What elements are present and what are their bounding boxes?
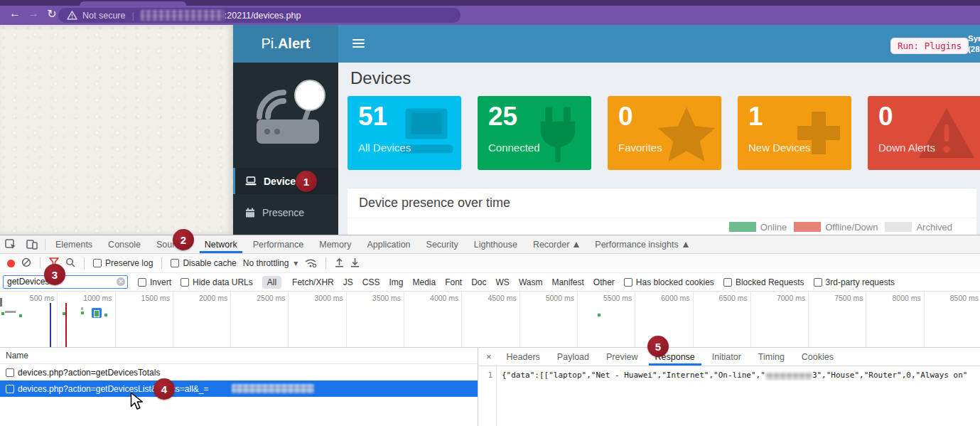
checkbox[interactable]	[6, 368, 14, 377]
sidebar-item-presence[interactable]: Presence	[233, 199, 338, 225]
card-label: Favorites	[618, 142, 662, 154]
invert-checkbox[interactable]: Invert	[138, 277, 171, 287]
app-logo[interactable]: Pi.Alert	[233, 25, 338, 63]
resource-type-pill[interactable]: Img	[389, 277, 403, 287]
network-conditions-icon[interactable]	[304, 257, 317, 270]
response-tab[interactable]: Preview	[598, 348, 646, 366]
mouse-cursor	[130, 392, 143, 414]
request-list-header[interactable]: Name	[0, 348, 478, 364]
devtools-tab[interactable]: Application	[359, 235, 418, 253]
invert-label: Invert	[150, 277, 171, 287]
request-row[interactable]: devices.php?action=getDevicesTotals	[0, 364, 478, 380]
request-row-selected[interactable]: devices.php?action=getDevicesList&status…	[0, 380, 478, 397]
annotation-5: 5	[647, 336, 669, 357]
devtools-tab[interactable]: Performance insights	[587, 235, 696, 253]
disable-cache-checkbox[interactable]: Disable cache	[171, 258, 236, 268]
devtools-tab[interactable]: Network	[197, 235, 245, 253]
line-number: 1	[478, 366, 497, 426]
device-toolbar-icon[interactable]	[21, 235, 43, 253]
pialert-app: Pi.Alert Run: Plugins Syn (28,	[233, 25, 980, 235]
resource-type-pill[interactable]: Font	[445, 277, 462, 287]
checkbox[interactable]	[93, 259, 102, 267]
card-new-devices[interactable]: 1 New Devices	[738, 96, 851, 170]
search-icon[interactable]	[65, 257, 75, 270]
resource-type-pill[interactable]: Doc	[471, 277, 486, 287]
resource-type-pill[interactable]: CSS	[362, 277, 380, 287]
resource-type-pill[interactable]: Wasm	[519, 277, 543, 287]
request-dot	[19, 314, 22, 317]
response-tab-bar: × HeadersPayloadPreviewResponseInitiator…	[478, 348, 980, 366]
record-button[interactable]	[7, 260, 15, 267]
legend-item-offline: Offline/Down	[794, 222, 878, 233]
checkbox[interactable]	[6, 385, 14, 393]
import-har-icon[interactable]	[335, 257, 344, 270]
has-blocked-cookies-checkbox[interactable]: Has blocked cookies	[624, 277, 714, 287]
devtools-tab[interactable]: Memory	[311, 235, 359, 253]
timeline-tick-label: 6500 ms	[694, 292, 751, 348]
export-har-icon[interactable]	[350, 257, 360, 270]
devtools-tab-label: Console	[108, 240, 141, 250]
filter-clear-icon[interactable]: ✕	[117, 277, 125, 286]
close-icon[interactable]: ×	[478, 348, 498, 366]
resource-type-pill[interactable]: All	[262, 276, 281, 289]
hamburger-menu-icon[interactable]	[352, 39, 365, 48]
clear-button[interactable]	[21, 257, 31, 270]
response-tab[interactable]: Headers	[498, 348, 549, 366]
timeline-ticks: 500 ms1000 ms1500 ms2000 ms2500 ms3000 m…	[0, 292, 980, 348]
card-connected[interactable]: 25 Connected	[478, 96, 591, 170]
browser-toolbar: ← → ↻ Not secure | :20211/devices.php	[0, 6, 980, 25]
back-button[interactable]: ←	[7, 7, 23, 20]
plug-icon	[529, 105, 587, 166]
resource-type-pill[interactable]: Manifest	[551, 277, 583, 287]
devtools-tab[interactable]: Performance	[245, 235, 312, 253]
throttling-select[interactable]: No throttling ▾	[243, 258, 298, 268]
devtools-tab-label: Network	[205, 240, 237, 250]
devtools-tab[interactable]: Recorder	[525, 235, 587, 253]
response-tab[interactable]: Initiator	[704, 348, 750, 366]
devtools-tab[interactable]: Elements	[48, 235, 100, 253]
devtools-tab[interactable]: Security	[419, 235, 466, 253]
response-tab[interactable]: Payload	[549, 348, 598, 366]
checkbox[interactable]	[624, 278, 632, 287]
filter-options: Invert Hide data URLs AllFetch/XHRJSCSSI…	[138, 276, 895, 289]
resource-type-pill[interactable]: Other	[593, 277, 615, 287]
checkbox[interactable]	[181, 278, 189, 287]
resource-type-pill[interactable]: Fetch/XHR	[292, 277, 334, 287]
blurred-host	[141, 10, 225, 21]
card-favorites[interactable]: 0 Favorites	[608, 96, 721, 170]
selected-request-marker[interactable]	[92, 308, 102, 318]
checkbox[interactable]	[723, 278, 732, 287]
checkbox[interactable]	[814, 278, 822, 287]
resource-type-pill[interactable]: WS	[496, 277, 510, 287]
run-plugins-button[interactable]: Run: Plugins	[890, 38, 969, 54]
response-json[interactable]: {"data":[["laptop","Net - Huawei","Inter…	[497, 366, 971, 426]
resource-type-pill[interactable]: JS	[343, 277, 353, 287]
card-value: 0	[878, 102, 893, 132]
response-tab[interactable]: Cookies	[793, 348, 842, 366]
hide-data-urls-checkbox[interactable]: Hide data URLs	[181, 277, 253, 287]
checkbox[interactable]	[138, 278, 146, 287]
checkbox[interactable]	[171, 259, 179, 267]
card-down-alerts[interactable]: 0 Down Alerts	[868, 96, 980, 170]
blocked-requests-checkbox[interactable]: Blocked Requests	[723, 277, 804, 287]
devtools-tab[interactable]: Console	[100, 235, 149, 253]
filter-input-box[interactable]: ✕	[3, 275, 128, 289]
devtools-tab[interactable]: Lighthouse	[466, 235, 525, 253]
waterfall-tick	[81, 307, 83, 310]
devtools-tabs: Elements Console Sources Network Perform…	[48, 235, 696, 253]
forward-button[interactable]: →	[26, 7, 41, 20]
response-tab[interactable]: Timing	[750, 348, 793, 366]
sidebar-item-devices[interactable]: Devices	[233, 168, 338, 194]
resource-type-pill[interactable]: Media	[412, 277, 436, 287]
card-all-devices[interactable]: 51 All Devices	[348, 96, 461, 170]
preserve-log-checkbox[interactable]: Preserve log	[93, 258, 153, 268]
reload-button[interactable]: ↻	[44, 7, 60, 21]
address-bar[interactable]: Not secure | :20211/devices.php	[58, 8, 461, 23]
network-overview-timeline[interactable]: 500 ms1000 ms1500 ms2000 ms2500 ms3000 m…	[0, 292, 980, 348]
blurred-ip	[765, 372, 812, 380]
app-sidebar: Devices Presence	[233, 63, 338, 235]
third-party-checkbox[interactable]: 3rd-party requests	[814, 277, 895, 287]
devtools-tab-label: Performance	[253, 240, 304, 250]
inspect-element-icon[interactable]	[0, 235, 21, 253]
json-suffix: 3","House","Router",0,"Always on"	[812, 371, 968, 380]
